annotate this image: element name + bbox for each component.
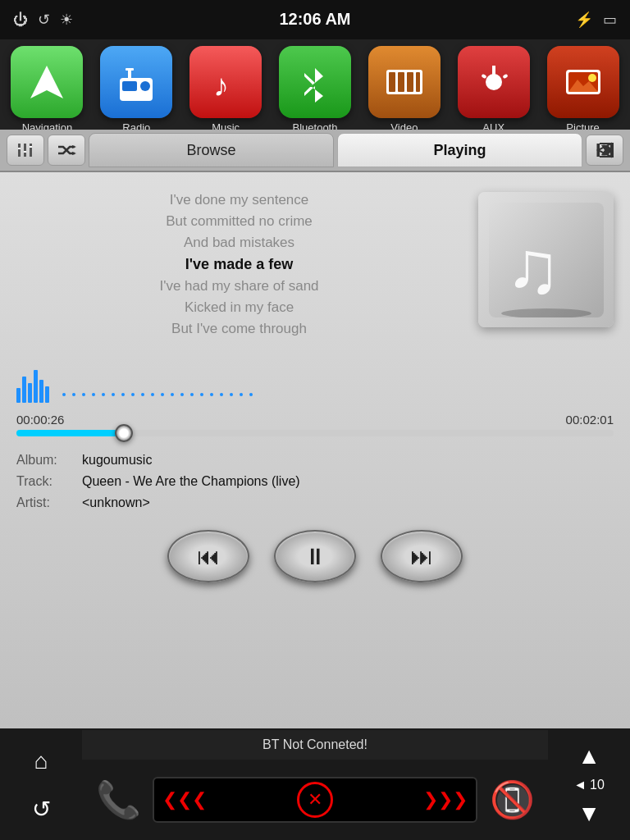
svg-rect-8 [389, 72, 395, 92]
picture-icon [547, 46, 619, 118]
usb-icon: ⚡ [575, 11, 593, 29]
svg-rect-11 [416, 72, 420, 92]
svg-rect-21 [18, 148, 21, 149]
back-button[interactable] [586, 135, 623, 166]
radio-icon [100, 46, 172, 118]
music-icon: ♪ [189, 46, 262, 118]
brightness-icon: ☀ [60, 11, 73, 29]
dial-x-button[interactable]: ✕ [297, 782, 333, 818]
svg-rect-14 [481, 74, 486, 79]
svg-rect-28 [597, 144, 600, 157]
status-bar: ⏻ ↺ ☀ 12:06 AM ⚡ ▭ [0, 0, 630, 39]
svg-point-3 [140, 81, 150, 91]
progress-area: 00:00:26 00:02:01 [16, 413, 614, 436]
phone-answer-icon: 📞 [96, 778, 141, 821]
refresh-icon: ↺ [38, 11, 50, 29]
call-end-button[interactable]: 📵 [486, 774, 538, 826]
app-radio[interactable]: Radio [93, 46, 180, 134]
svg-rect-22 [24, 144, 26, 157]
prev-button[interactable]: ⏮ [167, 530, 249, 582]
svg-rect-10 [407, 72, 413, 92]
call-answer-button[interactable]: 📞 [92, 774, 144, 826]
tab-browse[interactable]: Browse [89, 133, 334, 167]
lyric-line-2: But committed no crime [16, 213, 462, 230]
svg-marker-27 [72, 152, 76, 155]
tab-bar: Browse Playing [0, 130, 630, 172]
visualizer [16, 362, 614, 403]
app-bar: Navigation Radio ♪ Music Bluetooth [0, 39, 630, 130]
next-button[interactable]: ⏭ [381, 530, 463, 582]
time-current: 00:00:26 [16, 413, 64, 427]
track-label: Track: [16, 474, 82, 489]
album-value: kugoumusic [82, 453, 152, 468]
svg-rect-20 [18, 144, 21, 157]
progress-thumb[interactable] [115, 424, 133, 442]
svg-text:♫: ♫ [505, 226, 561, 308]
svg-text:♪: ♪ [213, 68, 229, 103]
album-label: Album: [16, 453, 82, 468]
bt-status-bar: BT Not Conneted! [82, 730, 548, 760]
bluetooth-icon [279, 46, 351, 118]
app-video[interactable]: Video [360, 46, 448, 134]
bt-status-text: BT Not Conneted! [262, 737, 368, 752]
svg-rect-24 [30, 144, 32, 157]
status-time: 12:06 AM [279, 10, 350, 29]
volume-display: ◄ 10 [573, 778, 605, 792]
artist-value: <unknown> [82, 495, 150, 510]
phone-end-icon: 📵 [490, 778, 535, 821]
shuffle-button[interactable] [48, 135, 85, 166]
nav-right-panel: ▲ ◄ 10 ▼ [548, 730, 630, 840]
volume-down-button[interactable]: ▼ [568, 796, 609, 832]
bt-controls: 📞 ❮❮❮ ✕ ❯❯❯ 📵 [82, 760, 548, 840]
equalizer-button[interactable] [7, 135, 44, 166]
lyrics-display: I've done my sentence But committed no c… [16, 192, 462, 337]
bottom-nav: ⌂ ↺ BT Not Conneted! 📞 ❮❮❮ ✕ ❯❯❯ 📵 [0, 730, 630, 840]
app-navigation[interactable]: Navigation [3, 46, 91, 134]
progress-track[interactable] [16, 430, 614, 436]
volume-value: 10 [590, 778, 605, 792]
track-value: Queen - We Are the Champions (live) [82, 474, 300, 489]
player-container: Browse Playing I've done my sentence But… [0, 130, 630, 728]
volume-up-button[interactable]: ▲ [568, 738, 609, 774]
svg-marker-26 [72, 145, 76, 148]
svg-rect-15 [502, 74, 508, 79]
lyric-line-3: And bad mistakes [16, 235, 462, 251]
album-art: ♫ [478, 192, 614, 327]
svg-rect-9 [398, 72, 404, 92]
home-button[interactable]: ⌂ [21, 743, 62, 779]
app-picture[interactable]: Picture [539, 46, 627, 134]
svg-rect-25 [30, 146, 32, 148]
app-music[interactable]: ♪ Music [182, 46, 270, 134]
lyrics-area: I've done my sentence But committed no c… [0, 172, 630, 337]
playback-controls: ⏮ ⏸ ⏭ [0, 530, 630, 582]
dial-arrows-left: ❮❮❮ [162, 789, 207, 810]
app-aux[interactable]: AUX [450, 46, 537, 134]
lyric-line-4: I've made a few [16, 256, 462, 273]
artist-label: Artist: [16, 495, 82, 510]
power-icon: ⏻ [13, 11, 28, 29]
bt-dial-display: ❮❮❮ ✕ ❯❯❯ [153, 777, 477, 823]
nav-icon [11, 46, 83, 118]
dial-arrows-right: ❯❯❯ [423, 789, 468, 810]
tab-playing[interactable]: Playing [337, 133, 582, 167]
svg-rect-2 [122, 81, 137, 91]
aux-icon [458, 46, 530, 118]
nav-left-panel: ⌂ ↺ [0, 730, 82, 840]
svg-rect-23 [24, 151, 26, 153]
svg-rect-13 [492, 66, 495, 77]
video-icon [368, 46, 441, 118]
svg-point-19 [588, 74, 596, 82]
lyric-line-7: But I've come through [16, 321, 462, 337]
pause-button[interactable]: ⏸ [274, 530, 356, 582]
lyric-line-6: Kicked in my face [16, 299, 462, 316]
lyric-line-1: I've done my sentence [16, 192, 462, 208]
svg-marker-0 [30, 66, 63, 98]
track-info: Album: kugoumusic Track: Queen - We Are … [16, 453, 614, 510]
nav-center-panel: BT Not Conneted! 📞 ❮❮❮ ✕ ❯❯❯ 📵 [82, 730, 548, 840]
lyric-line-5: I've had my share of sand [16, 278, 462, 294]
volume-icon: ◄ [573, 778, 587, 792]
svg-rect-5 [126, 68, 134, 71]
time-total: 00:02:01 [566, 413, 614, 427]
back-nav-button[interactable]: ↺ [21, 792, 62, 828]
app-bluetooth[interactable]: Bluetooth [272, 46, 359, 134]
